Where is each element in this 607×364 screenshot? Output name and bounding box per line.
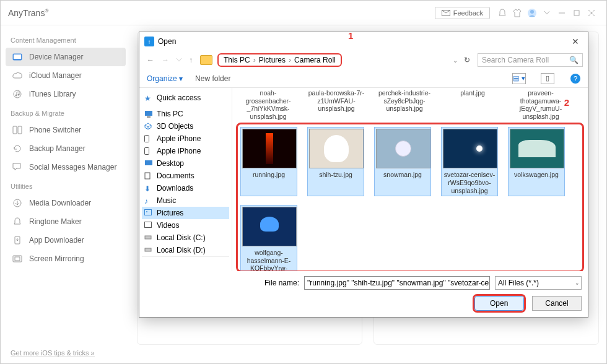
titlebar: AnyTrans® Feedback bbox=[1, 1, 606, 25]
file-item[interactable]: svetozar-cenisev-rWsE9qo9bvo-unsplash.jp… bbox=[441, 127, 498, 196]
nav-recent-button[interactable] bbox=[174, 58, 184, 62]
maximize-icon[interactable] bbox=[571, 7, 582, 19]
help-icon[interactable]: ? bbox=[570, 74, 580, 84]
tree-3d-objects[interactable]: 3D Objects bbox=[142, 120, 229, 132]
sidebar-heading-utilities: Utilities bbox=[6, 176, 126, 194]
sidebar-item-device-manager[interactable]: Device Manager bbox=[6, 48, 126, 66]
desktop-icon bbox=[144, 160, 153, 167]
file-label[interactable]: paula-borowska-7r-z1UmWFAU-unsplash.jpg bbox=[308, 89, 365, 120]
dialog-title: Open bbox=[158, 37, 176, 46]
tree-videos[interactable]: Videos bbox=[142, 219, 229, 232]
svg-rect-15 bbox=[15, 257, 20, 261]
nav-forward-button[interactable]: → bbox=[159, 56, 172, 64]
view-mode-button[interactable]: ▤ ▾ bbox=[512, 73, 526, 84]
close-icon[interactable] bbox=[586, 7, 597, 19]
thumbnail bbox=[309, 129, 364, 168]
minimize-icon[interactable] bbox=[556, 7, 567, 19]
music-note-icon bbox=[12, 90, 23, 98]
file-filter-select[interactable]: All Files (*.*)⌄ bbox=[495, 276, 582, 290]
bell-icon[interactable] bbox=[497, 7, 508, 19]
tree-quick-access[interactable]: ★Quick access bbox=[142, 92, 229, 104]
file-label[interactable]: plant.jpg bbox=[444, 89, 501, 120]
tree-documents[interactable]: Documents bbox=[142, 170, 229, 182]
sidebar-item-itunes[interactable]: iTunes Library bbox=[6, 85, 126, 103]
nav-up-button[interactable]: ↑ bbox=[186, 56, 195, 64]
tree-iphone-1[interactable]: Apple iPhone bbox=[142, 132, 229, 145]
filename-label: File name: bbox=[264, 279, 299, 287]
tree-downloads[interactable]: ⬇Downloads bbox=[142, 182, 229, 194]
file-label[interactable]: noah-grossenbacher-_7hiYkKVmsk-unsplash.… bbox=[240, 89, 297, 120]
dialog-close-button[interactable]: ✕ bbox=[568, 37, 583, 46]
tree-disk-c[interactable]: Local Disk (C:) bbox=[142, 232, 229, 244]
svg-rect-20 bbox=[145, 160, 152, 165]
open-file-dialog: 1 2 3 ↑ Open ✕ ← → ↑ This PC› Pictures› … bbox=[139, 32, 588, 318]
file-item[interactable]: volkswagen.jpg bbox=[508, 127, 565, 196]
pc-icon bbox=[144, 110, 153, 118]
chevron-down-icon[interactable]: ⌄ bbox=[575, 280, 580, 286]
sidebar-item-ringtone[interactable]: Ringtone Maker bbox=[6, 212, 126, 231]
shirt-icon[interactable] bbox=[512, 7, 523, 19]
cloud-icon bbox=[12, 71, 23, 80]
nav-back-button[interactable]: ← bbox=[144, 56, 157, 64]
svg-rect-21 bbox=[145, 173, 150, 179]
pictures-icon bbox=[144, 209, 153, 217]
feedback-button[interactable]: Feedback bbox=[435, 7, 490, 19]
preview-pane-button[interactable]: ▯ bbox=[541, 73, 554, 84]
download-icon: ⬇ bbox=[144, 184, 153, 192]
file-item[interactable]: shih-tzu.jpg bbox=[307, 127, 364, 196]
tree-iphone-2[interactable]: Apple iPhone bbox=[142, 145, 229, 157]
sidebar-item-social-messages[interactable]: Social Messages Manager bbox=[6, 158, 126, 176]
sidebar-item-backup-manager[interactable]: Backup Manager bbox=[6, 139, 126, 158]
tips-link[interactable]: Get more iOS tips & tricks » bbox=[11, 349, 95, 357]
search-icon: 🔍 bbox=[569, 56, 579, 64]
chevron-down-icon[interactable]: ⌄ bbox=[483, 280, 488, 286]
search-input[interactable]: Search Camera Roll🔍 bbox=[478, 53, 583, 67]
user-avatar-icon[interactable] bbox=[526, 7, 538, 19]
svg-rect-11 bbox=[18, 126, 22, 134]
file-label[interactable]: perchek-industrie-sZey8cPbJqg-unsplash.j… bbox=[376, 89, 433, 120]
filename-input[interactable]: "running.jpg" "shih-tzu.jpg" "snowman.jp… bbox=[304, 276, 490, 290]
disk-icon bbox=[144, 246, 153, 254]
organize-menu[interactable]: Organize ▾ bbox=[147, 74, 183, 83]
svg-point-2 bbox=[530, 10, 534, 14]
video-icon bbox=[144, 222, 153, 229]
file-item[interactable]: running.jpg bbox=[240, 127, 297, 196]
doc-icon bbox=[144, 172, 153, 180]
tree-music[interactable]: ♪Music bbox=[142, 194, 229, 207]
sidebar-heading-backup: Backup & Migrate bbox=[6, 103, 126, 121]
new-folder-button[interactable]: New folder bbox=[195, 74, 230, 83]
folder-tree: ★Quick access This PC 3D Objects Apple i… bbox=[139, 88, 232, 271]
file-list: noah-grossenbacher-_7hiYkKVmsk-unsplash.… bbox=[232, 88, 588, 271]
file-row-above: noah-grossenbacher-_7hiYkKVmsk-unsplash.… bbox=[236, 89, 584, 123]
tree-pictures[interactable]: Pictures bbox=[142, 207, 229, 219]
thumbnail bbox=[242, 207, 297, 246]
sidebar-item-app-downloader[interactable]: App Downloader bbox=[6, 231, 126, 249]
phone-icon bbox=[144, 135, 153, 142]
file-item[interactable]: wolfgang-hasselmann-E-KOFbbvYrw-unsplash… bbox=[240, 205, 297, 271]
mirror-icon bbox=[12, 254, 23, 263]
disk-icon bbox=[144, 234, 153, 241]
thumbnail bbox=[443, 129, 497, 168]
chevron-down-icon[interactable] bbox=[541, 7, 552, 19]
refresh-button[interactable]: ↻ bbox=[464, 56, 470, 64]
open-button[interactable]: Open bbox=[474, 296, 524, 311]
tree-disk-d[interactable]: Local Disk (D:) bbox=[142, 244, 229, 257]
svg-rect-18 bbox=[145, 136, 149, 142]
breadcrumb[interactable]: This PC› Pictures› Camera Roll bbox=[217, 53, 342, 67]
sidebar-item-phone-switcher[interactable]: Phone Switcher bbox=[6, 121, 126, 139]
thumbnail bbox=[510, 129, 564, 168]
file-label[interactable]: praveen-thotagamuwa-jEqyV_rumuU-unsplash… bbox=[512, 89, 569, 120]
star-icon: ★ bbox=[144, 94, 153, 102]
address-dropdown-icon[interactable]: ⌄ bbox=[453, 57, 458, 64]
sidebar-item-media-downloader[interactable]: Media Downloader bbox=[6, 194, 126, 212]
tree-desktop[interactable]: Desktop bbox=[142, 157, 229, 170]
sidebar-item-screen-mirroring[interactable]: Screen Mirroring bbox=[6, 249, 126, 268]
thumbnail bbox=[376, 129, 430, 168]
sidebar-item-icloud[interactable]: iCloud Manager bbox=[6, 66, 126, 85]
cancel-button[interactable]: Cancel bbox=[532, 296, 582, 311]
app-download-icon bbox=[12, 236, 23, 245]
tree-this-pc[interactable]: This PC bbox=[142, 108, 229, 120]
envelope-icon bbox=[442, 10, 450, 16]
feedback-label: Feedback bbox=[453, 9, 483, 17]
file-item[interactable]: snowman.jpg bbox=[374, 127, 431, 196]
